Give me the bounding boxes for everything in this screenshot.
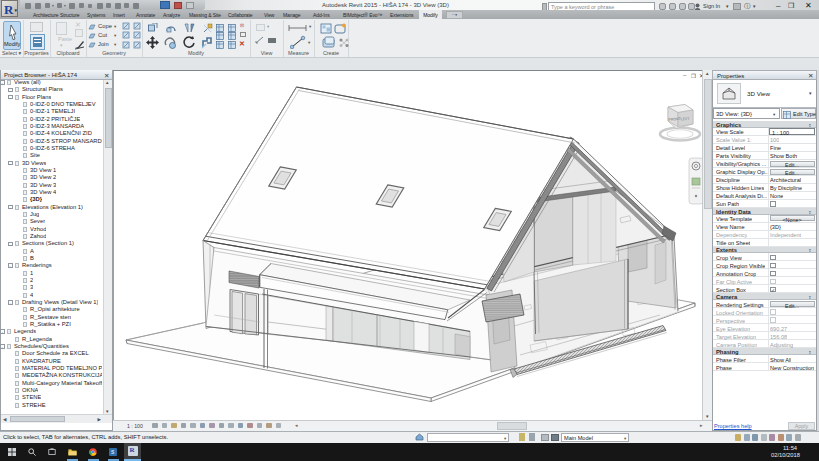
svg-text:LEFT: LEFT <box>681 117 691 122</box>
